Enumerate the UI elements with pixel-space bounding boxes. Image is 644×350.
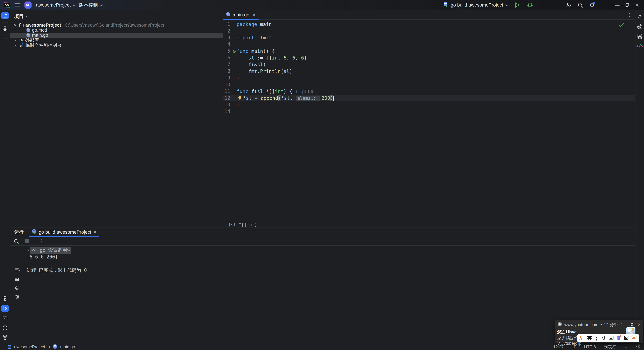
trash-icon[interactable] — [14, 293, 21, 301]
tool-stripe-run-icon[interactable] — [1, 305, 9, 312]
code-line-5[interactable]: 5func main() { — [223, 48, 635, 54]
ime-ai-face-icon[interactable] — [631, 335, 637, 341]
breadcrumb-file[interactable]: main.go — [60, 345, 75, 349]
run-configuration-selector[interactable]: go build awesomeProject — [443, 2, 508, 8]
tool-stripe-database-icon[interactable] — [636, 33, 644, 40]
notification-time: 12 分钟 — [604, 322, 618, 328]
arrow-up-icon[interactable]: ↑ — [14, 248, 21, 255]
run-tab[interactable]: go build awesomeProject ✕ — [29, 228, 99, 237]
tool-stripe-git-icon[interactable] — [1, 334, 9, 341]
close-window-button[interactable]: ✕ — [632, 0, 642, 10]
sticky-context-line[interactable]: f(sl *[]int) — [223, 222, 635, 227]
code-line-14[interactable]: 14 — [223, 108, 635, 115]
code-line-1[interactable]: 1package main — [223, 21, 635, 28]
chevron-right-icon — [47, 346, 50, 348]
main-menu-icon[interactable] — [14, 3, 20, 7]
gopher-icon — [26, 28, 31, 33]
microphone-icon[interactable] — [601, 335, 606, 341]
ime-language-toggle[interactable]: 英 — [587, 335, 592, 341]
ime-punctuation-toggle[interactable]: ； — [594, 337, 599, 340]
scroll-end-icon[interactable] — [14, 275, 21, 283]
editor-options-kebab-icon[interactable]: ⋮ — [627, 12, 632, 18]
run-button[interactable] — [513, 1, 520, 9]
vcs-menu[interactable]: 版本控制 — [79, 2, 102, 8]
tool-stripe-terminal-icon[interactable] — [1, 315, 9, 322]
tool-stripe-folder-icon[interactable] — [1, 12, 9, 19]
line-number: 10 — [223, 81, 230, 88]
tool-stripe-problems-icon[interactable] — [1, 324, 9, 332]
notification-settings-gear-icon[interactable]: ⚙ — [630, 322, 634, 327]
soft-wrap-icon[interactable] — [14, 266, 21, 273]
code-line-10[interactable]: 10 — [223, 81, 635, 88]
editor-tab-bar: main.go ✕ ⋮ — [223, 10, 635, 20]
fold-expand-icon[interactable]: › — [27, 247, 29, 254]
tool-stripe-bell-icon[interactable] — [636, 13, 644, 21]
code-token: int — [272, 55, 280, 61]
tree-item-main.go[interactable]: main.go — [10, 33, 223, 38]
code-line-8[interactable]: 8 fmt.Println(sl) — [223, 68, 635, 75]
arrow-down-icon[interactable]: ↓ — [14, 257, 21, 264]
editor-tab-maingo[interactable]: main.go ✕ — [223, 10, 259, 19]
code-editor[interactable]: 1package main23import "fmt"45func main()… — [223, 20, 635, 222]
notification-close-icon[interactable]: ✕ — [638, 322, 641, 327]
tree-item-awesomeProject[interactable]: ∨awesomeProjectC:\Users\meowr\GolandProj… — [10, 23, 223, 28]
code-token: import — [237, 35, 257, 40]
debug-button[interactable] — [526, 1, 534, 9]
keyboard-icon[interactable] — [608, 335, 614, 341]
code-line-4[interactable]: 4 — [223, 41, 635, 48]
skin-icon[interactable] — [616, 335, 621, 341]
chevron-right-icon[interactable]: › — [12, 43, 18, 48]
code-line-3[interactable]: 3import "fmt" — [223, 34, 635, 41]
intention-bulb-icon[interactable] — [238, 95, 242, 102]
close-tab-icon[interactable]: ✕ — [252, 12, 256, 17]
code-line-12[interactable]: 12*sl = append(*sl, elems…: 200) — [223, 95, 635, 101]
close-run-tab-icon[interactable]: ✕ — [93, 230, 96, 235]
chevron-right-icon[interactable]: › — [12, 38, 18, 42]
kebab-icon[interactable]: ⋮ — [38, 238, 45, 245]
console-output[interactable]: ›<4 go 设置调用>[6 6 6 200]进程 已完成，退出代码为 0 — [24, 246, 635, 344]
maximize-window-button[interactable] — [622, 0, 632, 10]
tool-stripe-more-icon[interactable]: ⋯ — [1, 35, 9, 42]
tool-stripe-code-icon[interactable]: </> — [636, 42, 644, 50]
code-line-13[interactable]: 13} — [223, 101, 635, 108]
tree-item-[interactable]: ›外部库 — [10, 38, 223, 43]
code-line-6[interactable]: 6 sl := []int{6, 6, 6} — [223, 54, 635, 61]
chevron-down-icon[interactable]: ∨ — [12, 23, 18, 27]
code-text: func main() { — [237, 48, 275, 54]
toolbox-grid-icon[interactable] — [624, 335, 629, 341]
minimize-window-button[interactable]: — — [612, 0, 622, 10]
code-line-11[interactable]: 11func f(sl *[]int) { 1 个用法 — [223, 88, 635, 95]
tool-stripe-structure-icon[interactable] — [1, 25, 9, 32]
search-icon[interactable] — [576, 1, 584, 9]
more-actions-kebab-icon[interactable]: ⋮ — [539, 1, 547, 9]
project-menu[interactable]: awesomeProject — [36, 2, 75, 8]
tree-item-label: awesomeProject — [25, 23, 61, 28]
gear-icon[interactable]: ⚙ — [588, 1, 596, 9]
console-fold-line[interactable]: ›<4 go 设置调用> — [27, 247, 635, 254]
breadcrumb-project[interactable]: awesomeProject — [14, 345, 45, 349]
code-line-7[interactable]: 7 f(&sl) — [223, 61, 635, 68]
tree-item-go.mod[interactable]: go.mod — [10, 28, 223, 33]
fold-chip[interactable]: <4 go 设置调用> — [30, 247, 71, 254]
tool-stripe-services-icon[interactable] — [1, 295, 9, 302]
user-plus-icon[interactable] — [565, 1, 572, 9]
code-line-2[interactable]: 2 — [223, 28, 635, 34]
project-avatar[interactable]: AP — [24, 1, 32, 8]
tool-stripe-ai-icon[interactable] — [636, 23, 644, 30]
param-inlay-hint[interactable]: elems…: — [296, 95, 320, 101]
code-line-9[interactable]: 9} — [223, 75, 635, 81]
sogou-logo-icon[interactable]: S — [579, 335, 582, 342]
left-tool-stripe: ⋯ — [0, 10, 10, 344]
ime-toolbar[interactable]: S 英 ； — [577, 334, 639, 342]
usages-inlay-hint[interactable]: 1 个用法 — [295, 89, 314, 94]
stop-icon[interactable] — [23, 238, 31, 245]
line-number: 1 — [223, 21, 230, 28]
tree-item-[interactable]: ›临时文件和控制台 — [10, 43, 223, 48]
code-token: sl — [257, 88, 263, 94]
rerun-icon[interactable] — [12, 238, 20, 245]
code-token: "fmt" — [257, 35, 272, 40]
code-token: f( — [251, 88, 257, 94]
run-panel-title[interactable]: 运行 — [10, 229, 29, 235]
project-panel-header[interactable]: 项目 — [10, 11, 223, 23]
print-icon[interactable] — [14, 284, 21, 292]
